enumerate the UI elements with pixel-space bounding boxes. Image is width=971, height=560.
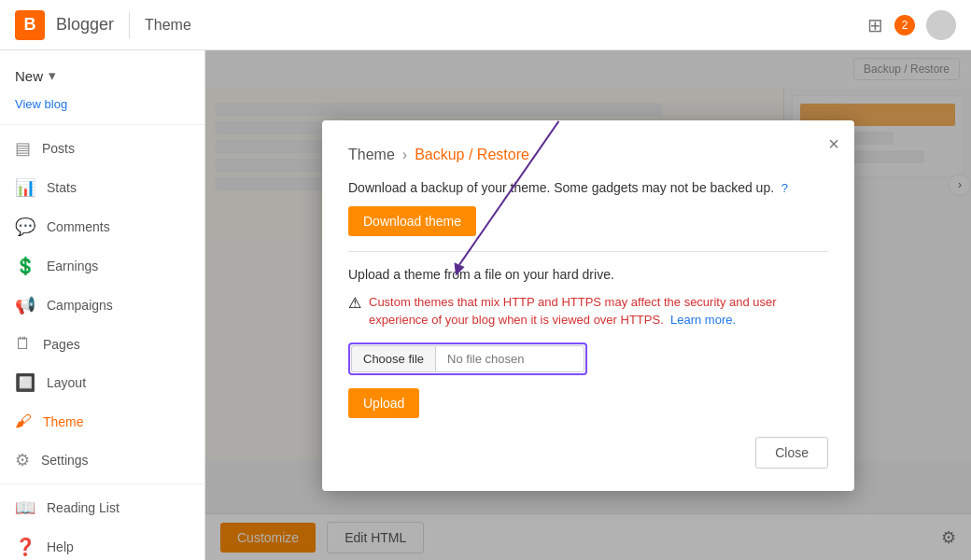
sidebar-label-help: Help: [47, 539, 74, 554]
new-button[interactable]: New ▾: [0, 58, 204, 93]
notification-badge[interactable]: 2: [894, 15, 915, 35]
sidebar-item-campaigns[interactable]: 📢 Campaigns: [0, 286, 204, 325]
pages-icon: 🗒: [15, 334, 32, 354]
sidebar-item-earnings[interactable]: 💲 Earnings: [0, 246, 204, 286]
comments-icon: 💬: [15, 217, 35, 237]
reading-list-icon: 📖: [15, 497, 35, 518]
sidebar-label-pages: Pages: [43, 337, 80, 352]
sidebar-divider: [0, 124, 204, 125]
sidebar-label-reading-list: Reading List: [47, 500, 120, 515]
sidebar: New ▾ View blog ▤ Posts 📊 Stats 💬 Commen…: [0, 50, 205, 560]
warning-text: Custom themes that mix HTTP and HTTPS ma…: [369, 293, 828, 329]
sidebar-label-earnings: Earnings: [47, 259, 98, 273]
sidebar-label-theme: Theme: [43, 414, 84, 429]
choose-file-button[interactable]: Choose file: [351, 345, 435, 372]
modal-divider: [348, 251, 828, 252]
campaigns-icon: 📢: [15, 295, 35, 315]
file-input-wrapper: Choose file No file chosen: [348, 343, 587, 375]
file-input-area: Choose file No file chosen: [348, 343, 828, 375]
blogger-logo: B: [15, 10, 45, 40]
new-label: New: [15, 68, 43, 84]
download-theme-button[interactable]: Download theme: [348, 206, 476, 236]
sidebar-label-campaigns: Campaigns: [47, 298, 113, 313]
dropdown-arrow-icon: ▾: [49, 67, 56, 84]
earnings-icon: 💲: [15, 256, 35, 276]
no-file-chosen-label: No file chosen: [435, 345, 584, 372]
modal-overlay: × Theme › Backup / Restore Download a ba…: [205, 50, 971, 560]
top-theme-label: Theme: [145, 17, 191, 34]
warning-icon: ⚠: [348, 294, 361, 312]
sidebar-item-stats[interactable]: 📊 Stats: [0, 168, 204, 207]
sidebar-label-stats: Stats: [47, 180, 77, 195]
warning-block: ⚠ Custom themes that mix HTTP and HTTPS …: [348, 293, 828, 329]
main-layout: New ▾ View blog ▤ Posts 📊 Stats 💬 Commen…: [0, 50, 971, 560]
learn-more-link[interactable]: Learn more.: [670, 313, 736, 327]
help-icon: ❓: [15, 537, 35, 557]
sidebar-divider-2: [0, 483, 204, 484]
sidebar-item-settings[interactable]: ⚙ Settings: [0, 441, 204, 480]
sidebar-label-layout: Layout: [47, 375, 86, 390]
download-section-text: Download a backup of your theme. Some ga…: [348, 180, 828, 195]
upload-section-text: Upload a theme from a file on your hard …: [348, 267, 828, 282]
posts-icon: ▤: [15, 138, 31, 159]
sidebar-label-posts: Posts: [42, 141, 75, 156]
sidebar-item-posts[interactable]: ▤ Posts: [0, 129, 204, 168]
sidebar-item-theme[interactable]: 🖌 Theme: [0, 402, 204, 441]
avatar[interactable]: [926, 10, 956, 40]
view-blog-link[interactable]: View blog: [0, 93, 204, 120]
top-bar-right: ⊞ 2: [867, 10, 956, 40]
stats-icon: 📊: [15, 177, 35, 198]
modal-breadcrumb: Theme › Backup / Restore: [348, 147, 828, 163]
breadcrumb-arrow-icon: ›: [402, 147, 407, 163]
breadcrumb-main: Theme: [348, 147, 395, 163]
sidebar-item-pages[interactable]: 🗒 Pages: [0, 325, 204, 363]
app-name: Blogger: [56, 15, 114, 35]
top-divider: [129, 12, 130, 38]
settings-icon: ⚙: [15, 450, 30, 470]
sidebar-item-reading-list[interactable]: 📖 Reading List: [0, 488, 204, 527]
sidebar-label-settings: Settings: [41, 453, 89, 468]
sidebar-item-help[interactable]: ❓ Help: [0, 527, 204, 560]
help-link[interactable]: ?: [781, 181, 788, 195]
modal-footer: Close: [348, 437, 828, 469]
top-bar: B Blogger Theme ⊞ 2: [0, 0, 971, 50]
theme-icon: 🖌: [15, 412, 32, 431]
upload-button[interactable]: Upload: [348, 388, 419, 418]
backup-restore-modal: × Theme › Backup / Restore Download a ba…: [322, 120, 854, 491]
breadcrumb-current: Backup / Restore: [415, 147, 529, 163]
content-area: Backup / Restore ›: [205, 50, 971, 560]
sidebar-item-comments[interactable]: 💬 Comments: [0, 207, 204, 246]
sidebar-label-comments: Comments: [47, 219, 110, 234]
modal-close-icon[interactable]: ×: [828, 133, 839, 155]
close-modal-button[interactable]: Close: [755, 437, 828, 469]
grid-icon[interactable]: ⊞: [867, 14, 883, 36]
layout-icon: 🔲: [15, 372, 35, 393]
sidebar-item-layout[interactable]: 🔲 Layout: [0, 363, 204, 402]
